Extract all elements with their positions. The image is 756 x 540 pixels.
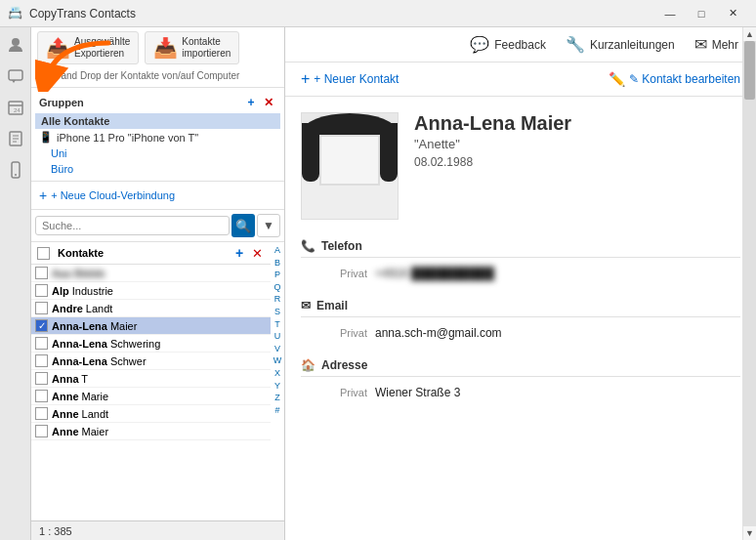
email-privat-value: anna.sch-m@gmail.com: [375, 326, 502, 340]
contact-checkbox[interactable]: [35, 302, 48, 314]
maximize-button[interactable]: □: [686, 0, 717, 27]
list-item[interactable]: Alp Industrie: [31, 282, 271, 300]
alpha-s[interactable]: S: [274, 306, 280, 318]
groups-controls: + ✕: [243, 95, 276, 110]
search-input[interactable]: [35, 216, 230, 235]
sidebar-contacts-icon[interactable]: [2, 31, 29, 59]
contact-profile: Anna-Lena Maier "Anette" 08.02.1988: [301, 112, 740, 220]
list-item[interactable]: Anne Landt: [31, 405, 271, 423]
new-contact-label: + Neuer Kontakt: [314, 72, 399, 86]
export-label: AusgewählteExportieren: [74, 36, 130, 60]
alpha-y[interactable]: Y: [274, 380, 280, 393]
app-title: CopyTrans Contacts: [29, 7, 654, 21]
toolbar-top: 📤 AusgewählteExportieren 📥 Kontakteimpor…: [37, 31, 278, 68]
list-item[interactable]: Anna T: [31, 370, 271, 388]
import-label: Kontakteimportieren: [182, 36, 231, 60]
new-contact-button[interactable]: + + Neuer Kontakt: [301, 70, 399, 88]
contact-name: Andre Landt: [52, 303, 112, 314]
alpha-u[interactable]: U: [274, 330, 281, 343]
contact-checkbox[interactable]: [35, 354, 48, 367]
scrollbar-down-button[interactable]: ▼: [743, 526, 757, 540]
right-scrollbar[interactable]: ▲ ▼: [742, 27, 756, 540]
alpha-w[interactable]: W: [273, 354, 282, 367]
mehr-button[interactable]: ✉ Mehr: [687, 31, 746, 58]
group-buero[interactable]: Büro: [35, 161, 280, 177]
search-button[interactable]: 🔍: [231, 214, 255, 237]
list-item[interactable]: Anna-Lena Schwering: [31, 335, 271, 353]
import-button[interactable]: 📥 Kontakteimportieren: [145, 31, 239, 64]
groups-section: Gruppen + ✕ Alle Kontakte 📱 iPhone 11 Pr…: [31, 88, 284, 182]
list-item[interactable]: Aaa Bbbbb: [31, 265, 271, 282]
alpha-a[interactable]: A: [274, 244, 280, 257]
groups-header: Gruppen + ✕: [35, 92, 280, 113]
alpha-r[interactable]: R: [274, 293, 281, 306]
contact-checkbox[interactable]: [35, 372, 48, 385]
edit-pencil-icon: ✏️: [609, 71, 625, 87]
contact-checkbox[interactable]: [35, 267, 48, 279]
contact-detail: Anna-Lena Maier "Anette" 08.02.1988 📞 Te…: [285, 97, 756, 540]
kurzanleitungen-button[interactable]: 🔧 Kurzanleitungen: [558, 31, 683, 58]
svg-rect-1: [9, 70, 22, 80]
contact-checkbox[interactable]: [35, 407, 48, 420]
contact-name: Aaa Bbbbb: [52, 268, 105, 279]
groups-add-button[interactable]: +: [243, 95, 259, 110]
export-button[interactable]: 📤 AusgewählteExportieren: [37, 31, 139, 64]
window-controls: — □ ✕: [654, 0, 748, 27]
list-item[interactable]: Anne Maier: [31, 423, 271, 440]
cloud-connect-button[interactable]: + + Neue Cloud-Verbindung: [39, 186, 276, 205]
cloud-plus-icon: +: [39, 187, 47, 203]
contact-add-button[interactable]: +: [231, 245, 247, 261]
detail-field-phone-privat: Privat +4916 ██████████: [301, 264, 740, 283]
filter-button[interactable]: ▼: [257, 214, 280, 237]
scrollbar-thumb[interactable]: [744, 41, 755, 100]
group-alle-kontakte[interactable]: Alle Kontakte: [35, 113, 280, 129]
telefon-label: Telefon: [321, 239, 362, 253]
contact-name: Anna-Lena Schwering: [52, 338, 160, 350]
status-bar: 1 : 385: [31, 520, 284, 540]
sidebar-messages-icon[interactable]: [2, 62, 29, 90]
contact-checkbox[interactable]: [35, 390, 48, 402]
sidebar-calendar-icon[interactable]: 24: [2, 94, 29, 121]
alpha-z[interactable]: Z: [274, 392, 280, 404]
alpha-x[interactable]: X: [274, 367, 280, 380]
kurzanleitungen-icon: 🔧: [566, 35, 585, 54]
close-button[interactable]: ✕: [717, 0, 748, 27]
alpha-b[interactable]: B: [274, 257, 280, 270]
contact-checkbox[interactable]: [35, 337, 48, 350]
contact-full-name: Anna-Lena Maier: [414, 112, 740, 135]
alpha-scroll[interactable]: A B P Q R S T U V W X Y Z #: [271, 242, 284, 520]
contact-delete-button[interactable]: ✕: [249, 245, 265, 261]
group-uni[interactable]: Uni: [35, 145, 280, 161]
mehr-icon: ✉: [694, 35, 707, 54]
contact-checkbox[interactable]: [35, 425, 48, 437]
sidebar-notes-icon[interactable]: [2, 125, 29, 152]
middle-panel: 📤 AusgewählteExportieren 📥 Kontakteimpor…: [31, 27, 285, 540]
alpha-v[interactable]: V: [274, 343, 280, 355]
feedback-button[interactable]: 💬 Feedback: [462, 31, 554, 58]
email-privat-label: Privat: [309, 327, 367, 339]
contact-name: Anne Maier: [52, 426, 108, 437]
contact-name: Anna T: [52, 373, 88, 385]
alpha-hash[interactable]: #: [274, 404, 279, 417]
alpha-p[interactable]: P: [274, 269, 280, 281]
list-item[interactable]: Anna-Lena Maier: [31, 317, 271, 335]
contact-name: Alp Industrie: [52, 285, 113, 297]
scrollbar-up-button[interactable]: ▲: [743, 27, 757, 41]
toolbar: 📤 AusgewählteExportieren 📥 Kontakteimpor…: [31, 27, 284, 88]
groups-delete-button[interactable]: ✕: [261, 95, 276, 110]
list-item[interactable]: Anna-Lena Schwer: [31, 353, 271, 370]
contact-checkbox[interactable]: [35, 284, 48, 297]
sidebar-phone-icon[interactable]: [2, 156, 29, 184]
list-item[interactable]: Andre Landt: [31, 300, 271, 317]
list-item[interactable]: Anne Marie: [31, 388, 271, 405]
contacts-list: Kontakte + ✕ Aaa Bbbbb Alp Industrie: [31, 242, 271, 520]
phone-privat-value: +4916 ██████████: [375, 267, 494, 280]
alpha-t[interactable]: T: [274, 318, 280, 331]
edit-contact-button[interactable]: ✏️ ✎ Kontakt bearbeiten: [609, 71, 740, 87]
select-all-checkbox[interactable]: [37, 247, 50, 260]
alpha-q[interactable]: Q: [273, 281, 280, 294]
contact-checkbox[interactable]: [35, 319, 48, 332]
email-label: Email: [316, 299, 348, 312]
minimize-button[interactable]: —: [654, 0, 686, 27]
feedback-icon: 💬: [470, 35, 489, 54]
